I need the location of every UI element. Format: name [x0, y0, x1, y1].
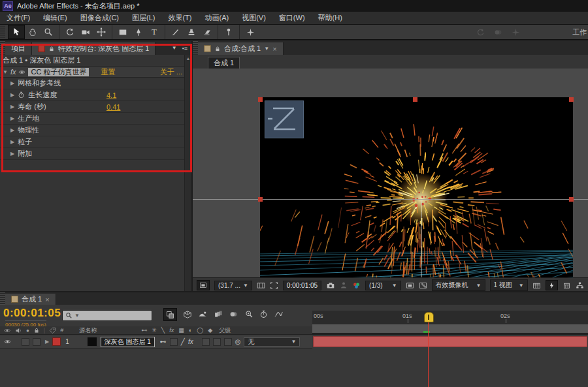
menu-edit[interactable]: 编辑(E)	[43, 13, 67, 23]
exposure-icon[interactable]	[546, 280, 558, 290]
lock-icon[interactable]	[48, 46, 55, 52]
close-icon[interactable]: ×	[45, 296, 49, 303]
layer-row[interactable]: ▶ 1 深灰色 固态层 1 ⊷ ╱ fx ◎ 无 ▼	[0, 335, 312, 348]
layer-parent-dropdown[interactable]: 无 ▼	[244, 337, 300, 347]
layer-handle[interactable]	[569, 197, 574, 202]
show-snapshot-person-icon[interactable]	[340, 281, 348, 289]
composition-frame[interactable]	[260, 97, 573, 277]
panel-grip[interactable]	[0, 41, 5, 55]
tab-composition-viewer[interactable]: 合成:合成 1 ▼ ×	[198, 42, 284, 55]
collapse-triangle-icon[interactable]: ▼	[3, 69, 8, 75]
solo-switch-icon[interactable]: ✳	[152, 327, 157, 333]
label-column-tag-icon[interactable]	[49, 327, 56, 334]
menu-help[interactable]: 帮助(H)	[318, 13, 342, 23]
panel-grip[interactable]	[0, 292, 5, 305]
timeline-icon[interactable]	[563, 281, 571, 290]
viewer-timecode[interactable]: 0:00:01:05	[283, 281, 321, 290]
effect-header-row[interactable]: ▼ fx CC 粒子仿真世界 重置 关于 ...	[0, 67, 191, 78]
comp-mini-flowchart-icon[interactable]	[163, 308, 177, 321]
layer-fx-switch[interactable]: fx	[188, 338, 193, 345]
rectangle-tool-button[interactable]	[115, 25, 131, 39]
title-bar[interactable]: Ae Adobe After Effects - 未命名项目.aep *	[0, 0, 588, 12]
region-of-interest-icon[interactable]	[270, 281, 278, 290]
layer-visibility-eye-icon[interactable]	[3, 338, 12, 345]
panel-grip[interactable]	[0, 25, 5, 39]
parent-column-label[interactable]: 父级	[219, 326, 231, 335]
camera-tool-button[interactable]	[78, 25, 93, 39]
show-channels-icon[interactable]	[352, 281, 361, 290]
expand-triangle-icon[interactable]: ▶	[10, 127, 14, 133]
tab-effect-controls[interactable]: 特效控制台: 深灰色 固态层 1	[32, 42, 155, 55]
menu-layer[interactable]: 图层(L)	[132, 13, 155, 23]
solo-column-icon[interactable]: ●	[26, 328, 29, 333]
property-value[interactable]: 0.41	[106, 103, 120, 111]
menu-window[interactable]: 窗口(W)	[279, 13, 305, 23]
transparency-grid-icon[interactable]	[419, 281, 427, 290]
viewer-pasteboard[interactable]	[193, 69, 588, 277]
panel-menu-icon[interactable]: ▪≡	[182, 45, 188, 52]
lock-column-icon[interactable]	[33, 327, 40, 334]
workspace-label[interactable]: 工作	[572, 27, 588, 37]
layer-mask-switch[interactable]: ╱	[181, 338, 185, 345]
layer-name[interactable]: 深灰色 固态层 1	[101, 337, 155, 347]
frame-blend-switch-icon[interactable]: ▦	[178, 327, 184, 333]
effect-property-row[interactable]: ▶ 物理性	[0, 125, 191, 136]
camera-view-dropdown[interactable]: 有效摄像机 ▼	[432, 279, 485, 291]
layer-expand-triangle[interactable]: ▶	[45, 339, 49, 345]
frame-blending-icon[interactable]	[214, 310, 223, 318]
layer-handle[interactable]	[258, 97, 263, 102]
layer-parent-pickwhip-icon[interactable]: ◎	[235, 338, 241, 345]
vertical-scrollbar[interactable]: ▲	[184, 55, 191, 291]
shy-layers-icon[interactable]	[198, 310, 208, 318]
layer-handle[interactable]	[413, 97, 417, 102]
source-name-column-label[interactable]: 源名称	[79, 326, 97, 335]
search-input[interactable]: ▼	[62, 310, 152, 321]
brush-tool-button[interactable]	[168, 25, 184, 39]
menu-effect[interactable]: 效果(T)	[168, 13, 191, 23]
rotation-tool-button[interactable]	[62, 25, 78, 39]
panel-grip[interactable]	[193, 41, 198, 55]
adjustment-switch-icon[interactable]: ◯	[197, 327, 203, 333]
effect-name[interactable]: CC 粒子仿真世界	[28, 68, 89, 76]
layer-duration-bar[interactable]	[313, 336, 587, 347]
layer-switch-box[interactable]	[213, 338, 221, 346]
comp-selector-button[interactable]: 合成 1	[208, 57, 240, 69]
effect-property-row[interactable]: ▶ 寿命 (秒) 0.41	[0, 101, 191, 113]
expand-triangle-icon[interactable]: ▶	[10, 80, 14, 86]
resolution-dropdown[interactable]: (1/3) ▼	[365, 281, 400, 290]
effect-property-row[interactable]: ▶ 粒子	[0, 136, 191, 148]
layer-handle[interactable]	[258, 197, 263, 202]
zoom-tool-button[interactable]	[41, 25, 56, 39]
layer-label-color-chip[interactable]	[52, 337, 61, 346]
auto-keyframe-icon[interactable]	[259, 310, 268, 318]
panel-divider[interactable]	[191, 41, 193, 292]
tab-chevron-icon[interactable]: ▼	[172, 45, 177, 52]
current-timecode[interactable]: 0:00:01:05	[3, 307, 61, 320]
layer-lock-toggle[interactable]	[33, 338, 41, 346]
layer-switch-box[interactable]	[202, 338, 210, 346]
pan-behind-tool-button[interactable]	[93, 25, 109, 39]
layer-switch-box[interactable]	[224, 338, 232, 346]
graph-editor-icon[interactable]	[274, 310, 284, 318]
effect-property-row[interactable]: ▶ 附加	[0, 148, 191, 160]
type-tool-button[interactable]: T	[146, 25, 162, 39]
audio-column-speaker-icon[interactable]	[15, 327, 22, 334]
eraser-tool-button[interactable]	[199, 25, 215, 39]
puppet-pin-tool-button[interactable]	[221, 25, 237, 39]
selection-tool-button[interactable]	[8, 25, 25, 39]
work-area-bar[interactable]	[312, 324, 588, 335]
motion-sketch-tool-button[interactable]	[242, 25, 258, 39]
pen-tool-button[interactable]	[131, 25, 146, 39]
position-switch-icon[interactable]: ⊷	[141, 327, 147, 333]
lock-icon[interactable]	[214, 46, 221, 52]
expand-triangle-icon[interactable]: ▶	[10, 151, 14, 157]
playhead-marker[interactable]	[424, 312, 434, 322]
menu-composition[interactable]: 图像合成(C)	[80, 13, 119, 23]
close-icon[interactable]: ×	[272, 45, 276, 53]
grid-guides-icon[interactable]	[532, 281, 541, 290]
property-value[interactable]: 4.1	[106, 91, 116, 99]
effect-property-row[interactable]: ▶ 生产地	[0, 113, 191, 125]
snapshot-camera-icon[interactable]	[326, 281, 335, 290]
stopwatch-icon[interactable]	[18, 91, 25, 99]
tab-chevron-icon[interactable]: ▼	[264, 46, 269, 52]
